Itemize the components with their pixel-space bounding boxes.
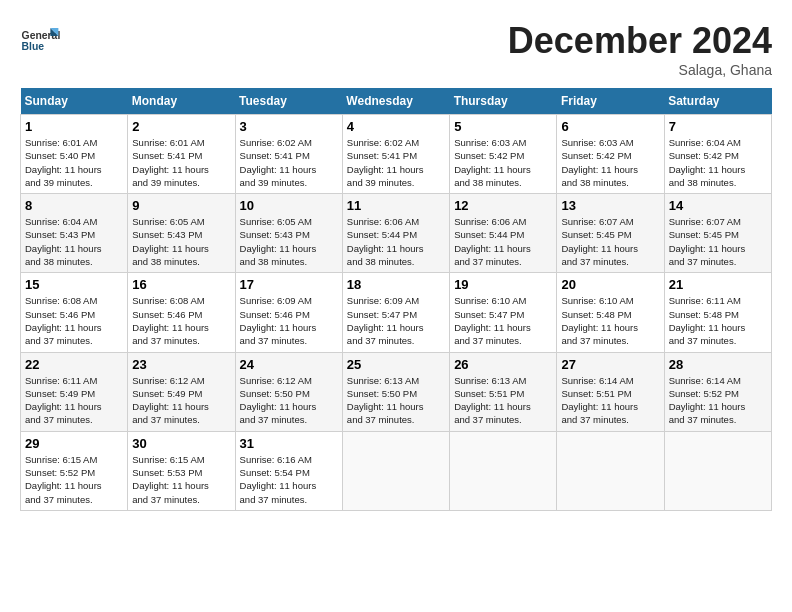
day-number: 27 <box>561 357 659 372</box>
calendar-cell: 17Sunrise: 6:09 AM Sunset: 5:46 PM Dayli… <box>235 273 342 352</box>
calendar-cell: 20Sunrise: 6:10 AM Sunset: 5:48 PM Dayli… <box>557 273 664 352</box>
calendar-cell: 31Sunrise: 6:16 AM Sunset: 5:54 PM Dayli… <box>235 431 342 510</box>
day-number: 29 <box>25 436 123 451</box>
calendar-cell: 8Sunrise: 6:04 AM Sunset: 5:43 PM Daylig… <box>21 194 128 273</box>
header-saturday: Saturday <box>664 88 771 115</box>
calendar-cell: 21Sunrise: 6:11 AM Sunset: 5:48 PM Dayli… <box>664 273 771 352</box>
day-number: 9 <box>132 198 230 213</box>
calendar-cell: 30Sunrise: 6:15 AM Sunset: 5:53 PM Dayli… <box>128 431 235 510</box>
day-number: 21 <box>669 277 767 292</box>
day-number: 18 <box>347 277 445 292</box>
day-info: Sunrise: 6:04 AM Sunset: 5:43 PM Dayligh… <box>25 215 123 268</box>
day-info: Sunrise: 6:08 AM Sunset: 5:46 PM Dayligh… <box>25 294 123 347</box>
day-info: Sunrise: 6:15 AM Sunset: 5:52 PM Dayligh… <box>25 453 123 506</box>
day-info: Sunrise: 6:08 AM Sunset: 5:46 PM Dayligh… <box>132 294 230 347</box>
day-info: Sunrise: 6:13 AM Sunset: 5:50 PM Dayligh… <box>347 374 445 427</box>
page-header: General Blue December 2024 Salaga, Ghana <box>20 20 772 78</box>
day-number: 19 <box>454 277 552 292</box>
day-number: 8 <box>25 198 123 213</box>
day-info: Sunrise: 6:11 AM Sunset: 5:49 PM Dayligh… <box>25 374 123 427</box>
day-number: 23 <box>132 357 230 372</box>
calendar-cell <box>450 431 557 510</box>
day-number: 10 <box>240 198 338 213</box>
day-number: 12 <box>454 198 552 213</box>
calendar-week-1: 1Sunrise: 6:01 AM Sunset: 5:40 PM Daylig… <box>21 115 772 194</box>
calendar-week-5: 29Sunrise: 6:15 AM Sunset: 5:52 PM Dayli… <box>21 431 772 510</box>
calendar-body: 1Sunrise: 6:01 AM Sunset: 5:40 PM Daylig… <box>21 115 772 511</box>
day-number: 28 <box>669 357 767 372</box>
day-number: 31 <box>240 436 338 451</box>
title-section: December 2024 Salaga, Ghana <box>508 20 772 78</box>
day-info: Sunrise: 6:11 AM Sunset: 5:48 PM Dayligh… <box>669 294 767 347</box>
day-number: 3 <box>240 119 338 134</box>
calendar-cell: 14Sunrise: 6:07 AM Sunset: 5:45 PM Dayli… <box>664 194 771 273</box>
calendar-cell: 16Sunrise: 6:08 AM Sunset: 5:46 PM Dayli… <box>128 273 235 352</box>
day-info: Sunrise: 6:15 AM Sunset: 5:53 PM Dayligh… <box>132 453 230 506</box>
day-info: Sunrise: 6:09 AM Sunset: 5:47 PM Dayligh… <box>347 294 445 347</box>
day-number: 4 <box>347 119 445 134</box>
day-number: 6 <box>561 119 659 134</box>
calendar-cell <box>557 431 664 510</box>
day-number: 1 <box>25 119 123 134</box>
calendar-cell: 24Sunrise: 6:12 AM Sunset: 5:50 PM Dayli… <box>235 352 342 431</box>
day-number: 2 <box>132 119 230 134</box>
day-number: 5 <box>454 119 552 134</box>
day-info: Sunrise: 6:02 AM Sunset: 5:41 PM Dayligh… <box>347 136 445 189</box>
calendar-cell: 1Sunrise: 6:01 AM Sunset: 5:40 PM Daylig… <box>21 115 128 194</box>
calendar-cell <box>664 431 771 510</box>
calendar-cell: 19Sunrise: 6:10 AM Sunset: 5:47 PM Dayli… <box>450 273 557 352</box>
calendar-cell: 25Sunrise: 6:13 AM Sunset: 5:50 PM Dayli… <box>342 352 449 431</box>
day-number: 16 <box>132 277 230 292</box>
calendar-cell: 18Sunrise: 6:09 AM Sunset: 5:47 PM Dayli… <box>342 273 449 352</box>
calendar-cell: 15Sunrise: 6:08 AM Sunset: 5:46 PM Dayli… <box>21 273 128 352</box>
calendar-cell: 6Sunrise: 6:03 AM Sunset: 5:42 PM Daylig… <box>557 115 664 194</box>
header-wednesday: Wednesday <box>342 88 449 115</box>
day-number: 17 <box>240 277 338 292</box>
day-info: Sunrise: 6:10 AM Sunset: 5:48 PM Dayligh… <box>561 294 659 347</box>
day-number: 25 <box>347 357 445 372</box>
day-number: 24 <box>240 357 338 372</box>
day-number: 13 <box>561 198 659 213</box>
calendar-header-row: SundayMondayTuesdayWednesdayThursdayFrid… <box>21 88 772 115</box>
day-info: Sunrise: 6:12 AM Sunset: 5:49 PM Dayligh… <box>132 374 230 427</box>
calendar-cell: 26Sunrise: 6:13 AM Sunset: 5:51 PM Dayli… <box>450 352 557 431</box>
day-info: Sunrise: 6:14 AM Sunset: 5:52 PM Dayligh… <box>669 374 767 427</box>
header-thursday: Thursday <box>450 88 557 115</box>
calendar-cell: 28Sunrise: 6:14 AM Sunset: 5:52 PM Dayli… <box>664 352 771 431</box>
day-info: Sunrise: 6:16 AM Sunset: 5:54 PM Dayligh… <box>240 453 338 506</box>
calendar-cell: 9Sunrise: 6:05 AM Sunset: 5:43 PM Daylig… <box>128 194 235 273</box>
day-info: Sunrise: 6:07 AM Sunset: 5:45 PM Dayligh… <box>669 215 767 268</box>
header-monday: Monday <box>128 88 235 115</box>
calendar-cell: 12Sunrise: 6:06 AM Sunset: 5:44 PM Dayli… <box>450 194 557 273</box>
day-info: Sunrise: 6:04 AM Sunset: 5:42 PM Dayligh… <box>669 136 767 189</box>
header-sunday: Sunday <box>21 88 128 115</box>
day-number: 14 <box>669 198 767 213</box>
day-number: 11 <box>347 198 445 213</box>
month-title: December 2024 <box>508 20 772 62</box>
calendar-week-3: 15Sunrise: 6:08 AM Sunset: 5:46 PM Dayli… <box>21 273 772 352</box>
svg-text:Blue: Blue <box>22 41 45 52</box>
day-info: Sunrise: 6:14 AM Sunset: 5:51 PM Dayligh… <box>561 374 659 427</box>
location: Salaga, Ghana <box>508 62 772 78</box>
calendar-cell: 7Sunrise: 6:04 AM Sunset: 5:42 PM Daylig… <box>664 115 771 194</box>
header-friday: Friday <box>557 88 664 115</box>
logo: General Blue <box>20 20 66 60</box>
calendar-cell: 13Sunrise: 6:07 AM Sunset: 5:45 PM Dayli… <box>557 194 664 273</box>
day-info: Sunrise: 6:05 AM Sunset: 5:43 PM Dayligh… <box>240 215 338 268</box>
calendar-week-4: 22Sunrise: 6:11 AM Sunset: 5:49 PM Dayli… <box>21 352 772 431</box>
calendar-cell: 22Sunrise: 6:11 AM Sunset: 5:49 PM Dayli… <box>21 352 128 431</box>
day-info: Sunrise: 6:05 AM Sunset: 5:43 PM Dayligh… <box>132 215 230 268</box>
day-number: 20 <box>561 277 659 292</box>
day-number: 7 <box>669 119 767 134</box>
day-number: 22 <box>25 357 123 372</box>
calendar-cell: 11Sunrise: 6:06 AM Sunset: 5:44 PM Dayli… <box>342 194 449 273</box>
day-info: Sunrise: 6:09 AM Sunset: 5:46 PM Dayligh… <box>240 294 338 347</box>
header-tuesday: Tuesday <box>235 88 342 115</box>
calendar-cell: 3Sunrise: 6:02 AM Sunset: 5:41 PM Daylig… <box>235 115 342 194</box>
day-info: Sunrise: 6:03 AM Sunset: 5:42 PM Dayligh… <box>561 136 659 189</box>
calendar-cell: 10Sunrise: 6:05 AM Sunset: 5:43 PM Dayli… <box>235 194 342 273</box>
calendar-week-2: 8Sunrise: 6:04 AM Sunset: 5:43 PM Daylig… <box>21 194 772 273</box>
calendar-cell: 23Sunrise: 6:12 AM Sunset: 5:49 PM Dayli… <box>128 352 235 431</box>
day-number: 15 <box>25 277 123 292</box>
day-info: Sunrise: 6:01 AM Sunset: 5:41 PM Dayligh… <box>132 136 230 189</box>
